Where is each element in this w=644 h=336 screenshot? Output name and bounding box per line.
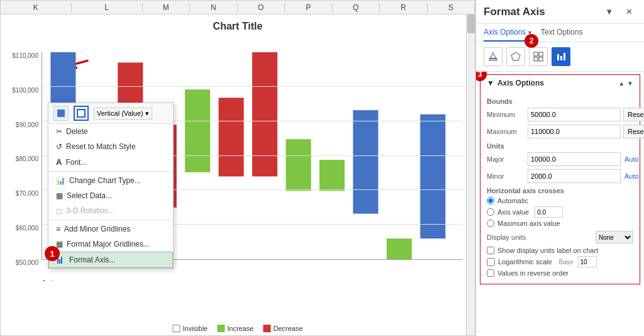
section-title: Axis Options bbox=[497, 79, 544, 87]
chart-content: Chart Title ↙ $110,000 $100,000 $90,000 … bbox=[1, 14, 475, 335]
panel-controls: ▼ ✕ bbox=[601, 5, 636, 18]
ctx-add-minor[interactable]: ≡ Add Minor Gridlines bbox=[48, 221, 173, 237]
radio-max-axis[interactable] bbox=[487, 220, 494, 227]
3d-icon: ◻ bbox=[56, 206, 62, 215]
svg-rect-10 bbox=[539, 57, 543, 61]
legend-invisible-label: Invisible bbox=[182, 325, 208, 332]
major-auto[interactable]: Auto bbox=[625, 155, 639, 163]
maximum-label: Maximum bbox=[487, 128, 528, 135]
section-header[interactable]: ▼ Axis Options ▲ ▼ bbox=[480, 75, 640, 91]
radio-axisvalue-label: Axis value bbox=[497, 208, 529, 216]
log-scale-row: Logarithmic scale Base bbox=[487, 256, 633, 267]
axis-options-btn[interactable] bbox=[552, 47, 570, 66]
maximum-reset-btn[interactable]: Reset bbox=[623, 125, 644, 138]
tab-text-label: Text Options bbox=[541, 28, 583, 36]
outline-icon[interactable] bbox=[74, 106, 89, 121]
col-l: L bbox=[72, 3, 143, 12]
ctx-font-label: Font... bbox=[65, 158, 87, 167]
bar-q3fy19 bbox=[286, 139, 311, 191]
radio-automatic-row: Automatic bbox=[487, 197, 633, 204]
y-label-90k: $90,000 bbox=[16, 121, 38, 128]
grid-line-1 bbox=[42, 86, 462, 87]
maximum-input[interactable] bbox=[528, 125, 621, 138]
minimum-label: Minimum bbox=[487, 111, 528, 118]
show-display-label: Show display units label on chart bbox=[497, 247, 598, 254]
axis-options-panel: 3 ▼ Axis Options ▲ ▼ Bounds Minimum Rese… bbox=[476, 72, 644, 336]
col-m: M bbox=[143, 3, 191, 12]
col-s: S bbox=[428, 3, 475, 12]
legend-increase-label: Increase bbox=[227, 325, 253, 332]
ctx-select-data[interactable]: ▦ Select Data... bbox=[48, 188, 173, 203]
ctx-delete[interactable]: ✂ Delete bbox=[48, 124, 173, 139]
legend-decrease-color bbox=[263, 325, 270, 332]
legend: Invisible Increase Decrease bbox=[172, 325, 303, 332]
ctx-change-chart-label: Change Chart Type... bbox=[69, 176, 141, 185]
section-scroll-controls: ▲ ▼ bbox=[618, 80, 633, 87]
ctx-select-data-label: Select Data... bbox=[67, 191, 112, 200]
log-scale-checkbox[interactable] bbox=[487, 258, 495, 266]
col-r: R bbox=[380, 3, 428, 12]
axis-dropdown[interactable]: Vertical (Value) ▾ bbox=[94, 108, 152, 120]
scroll-thumb[interactable] bbox=[467, 14, 475, 33]
ctx-font[interactable]: A Font... bbox=[48, 154, 173, 170]
unpin-button[interactable]: ▼ bbox=[601, 5, 617, 18]
tab-text-options[interactable]: Text Options bbox=[541, 24, 583, 42]
minimum-row: Minimum Reset bbox=[487, 108, 633, 121]
log-scale-label: Logarithmic scale bbox=[498, 258, 552, 266]
ctx-change-chart[interactable]: 📊 Change Chart Type... bbox=[48, 173, 173, 188]
svg-rect-13 bbox=[564, 53, 565, 60]
scroll-bar[interactable] bbox=[466, 14, 475, 335]
dropdown-arrow-icon: ▾ bbox=[145, 109, 149, 118]
close-button[interactable]: ✕ bbox=[622, 5, 636, 18]
column-headers: K L M N O P Q R S bbox=[1, 1, 475, 14]
minor-auto[interactable]: Auto bbox=[625, 172, 639, 180]
ctx-3d-label: 3-D Rotation... bbox=[66, 206, 114, 215]
minimum-reset-btn[interactable]: Reset bbox=[623, 108, 644, 121]
ctx-reset[interactable]: ↺ Reset to Match Style bbox=[48, 139, 173, 154]
pentagon-icon bbox=[511, 52, 521, 62]
bar-current bbox=[420, 115, 445, 238]
minimum-input[interactable] bbox=[528, 108, 621, 121]
radio-axis-value[interactable] bbox=[487, 208, 494, 216]
ctx-format-major[interactable]: ▦ Format Major Gridlines... bbox=[48, 237, 173, 252]
effects-btn[interactable] bbox=[506, 47, 525, 66]
fill-icon[interactable] bbox=[53, 106, 69, 121]
radio-automatic[interactable] bbox=[487, 197, 494, 204]
y-label-60k: $60,000 bbox=[16, 225, 38, 232]
fill-format-btn[interactable] bbox=[484, 47, 502, 66]
minor-input[interactable] bbox=[528, 169, 621, 183]
scroll-up-btn[interactable]: ▲ bbox=[618, 80, 625, 87]
axis-value-input[interactable] bbox=[535, 206, 563, 218]
badge-2-btn[interactable]: 2 bbox=[529, 47, 548, 66]
tab-axis-label: Axis Options bbox=[484, 28, 526, 36]
minor-grid-icon: ≡ bbox=[56, 225, 60, 233]
y-label-70k: $70,000 bbox=[16, 190, 38, 197]
bar-q2fy20 bbox=[387, 238, 412, 259]
log-base-input[interactable] bbox=[578, 256, 597, 267]
delete-icon: ✂ bbox=[56, 127, 62, 136]
bar-q1fy19 bbox=[219, 98, 244, 176]
chart-type-icon: 📊 bbox=[56, 176, 65, 185]
log-base-label: Base bbox=[559, 259, 574, 266]
legend-invisible-color bbox=[172, 325, 180, 332]
y-axis: $110,000 $100,000 $90,000 $80,000 $70,00… bbox=[4, 52, 38, 266]
col-p: P bbox=[285, 3, 333, 12]
display-units-select[interactable]: None Hundreds Thousands Millions bbox=[596, 231, 633, 244]
values-reverse-checkbox[interactable] bbox=[487, 269, 494, 277]
scroll-down-btn[interactable]: ▼ bbox=[627, 80, 633, 87]
ctx-format-axis[interactable]: Format Axis... bbox=[48, 252, 173, 268]
svg-marker-6 bbox=[511, 52, 520, 60]
svg-rect-11 bbox=[557, 54, 559, 60]
axis-options-icon bbox=[556, 52, 566, 62]
section-body: Bounds Minimum Reset Maximum Reset Units… bbox=[480, 91, 640, 284]
major-input[interactable] bbox=[528, 152, 621, 166]
svg-rect-4 bbox=[61, 257, 62, 264]
col-o: O bbox=[238, 3, 286, 12]
badge-1: 1 bbox=[45, 246, 60, 261]
show-display-checkbox[interactable] bbox=[487, 247, 494, 254]
axis-options-section: 3 ▼ Axis Options ▲ ▼ Bounds Minimum Rese… bbox=[480, 74, 640, 284]
panel-title: Format Axis bbox=[484, 6, 545, 18]
display-units-row: Display units None Hundreds Thousands Mi… bbox=[487, 231, 633, 244]
svg-rect-8 bbox=[539, 52, 543, 56]
ctx-delete-label: Delete bbox=[66, 127, 88, 136]
